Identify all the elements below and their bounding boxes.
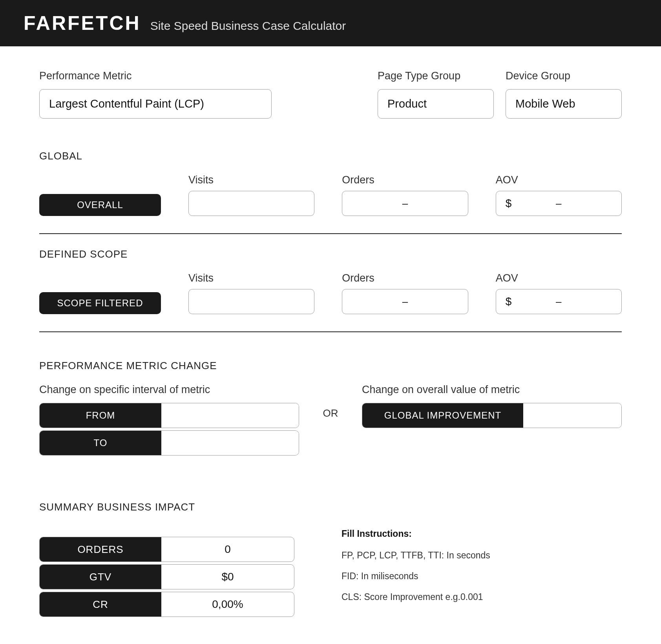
- metric-change-label: PERFORMANCE METRIC CHANGE: [39, 360, 622, 372]
- scope-row: SCOPE FILTERED Visits Orders – AOV $ –: [39, 272, 622, 314]
- app-subtitle: Site Speed Business Case Calculator: [150, 19, 346, 33]
- global-aov-input[interactable]: $ –: [496, 191, 622, 216]
- app-header: FARFETCH Site Speed Business Case Calcul…: [0, 0, 661, 46]
- summary-gtv-value: $0: [161, 565, 294, 589]
- global-aov-value: –: [556, 198, 561, 210]
- summary-cr-label: CR: [40, 592, 161, 617]
- device-group-select[interactable]: Mobile Web: [506, 89, 622, 119]
- instructions-line: FID: In miliseconds: [341, 571, 622, 582]
- performance-metric-label: Performance Metric: [39, 70, 272, 82]
- overall-badge: OVERALL: [39, 194, 161, 216]
- page-type-label: Page Type Group: [378, 70, 494, 82]
- to-input[interactable]: [161, 431, 299, 455]
- brand-logo: FARFETCH: [24, 12, 141, 35]
- or-text: OR: [315, 384, 346, 419]
- divider: [39, 331, 622, 332]
- global-improvement-row: GLOBAL IMPROVEMENT: [362, 403, 622, 428]
- scope-orders-label: Orders: [342, 272, 468, 284]
- instructions-title: Fill Instructions:: [341, 529, 622, 539]
- scope-aov-input[interactable]: $ –: [496, 289, 622, 314]
- global-orders-label: Orders: [342, 174, 468, 186]
- summary-cr-value: 0,00%: [161, 592, 294, 617]
- scope-filtered-badge: SCOPE FILTERED: [39, 292, 161, 314]
- filters-row: Performance Metric Largest Contentful Pa…: [39, 70, 622, 119]
- summary-orders-value: 0: [161, 537, 294, 562]
- summary-orders-row: ORDERS 0: [39, 537, 294, 562]
- scope-visits-input[interactable]: [188, 289, 314, 314]
- instructions-line: FP, PCP, LCP, TTFB, TTI: In seconds: [341, 550, 622, 561]
- page-type-select[interactable]: Product: [378, 89, 494, 119]
- global-section-label: GLOBAL: [39, 150, 622, 162]
- global-aov-label: AOV: [496, 174, 622, 186]
- from-label: FROM: [40, 403, 161, 428]
- global-visits-label: Visits: [188, 174, 314, 186]
- summary-orders-label: ORDERS: [40, 537, 161, 562]
- performance-metric-select[interactable]: Largest Contentful Paint (LCP): [39, 89, 272, 119]
- summary-section-label: SUMMARY BUSINESS IMPACT: [39, 501, 294, 513]
- global-visits-input[interactable]: [188, 191, 314, 216]
- summary-gtv-row: GTV $0: [39, 564, 294, 589]
- scope-visits-label: Visits: [188, 272, 314, 284]
- global-orders-input[interactable]: –: [342, 191, 468, 216]
- specific-change-sublabel: Change on specific interval of metric: [39, 384, 299, 396]
- scope-section-label: DEFINED SCOPE: [39, 248, 622, 260]
- currency-prefix: $: [506, 295, 512, 308]
- device-group-label: Device Group: [506, 70, 622, 82]
- to-label: TO: [40, 431, 161, 455]
- currency-prefix: $: [506, 197, 512, 210]
- divider: [39, 233, 622, 234]
- scope-aov-value: –: [556, 296, 561, 308]
- scope-aov-label: AOV: [496, 272, 622, 284]
- instructions-line: CLS: Score Improvement e.g.0.001: [341, 592, 622, 602]
- global-improvement-input[interactable]: [523, 403, 621, 428]
- global-improvement-label: GLOBAL IMPROVEMENT: [362, 403, 523, 428]
- from-row: FROM: [39, 403, 299, 428]
- scope-orders-input[interactable]: –: [342, 289, 468, 314]
- overall-change-sublabel: Change on overall value of metric: [362, 384, 622, 396]
- from-input[interactable]: [161, 403, 299, 428]
- summary-cr-row: CR 0,00%: [39, 592, 294, 617]
- to-row: TO: [39, 430, 299, 456]
- summary-gtv-label: GTV: [40, 565, 161, 589]
- global-row: OVERALL Visits Orders – AOV $ –: [39, 174, 622, 216]
